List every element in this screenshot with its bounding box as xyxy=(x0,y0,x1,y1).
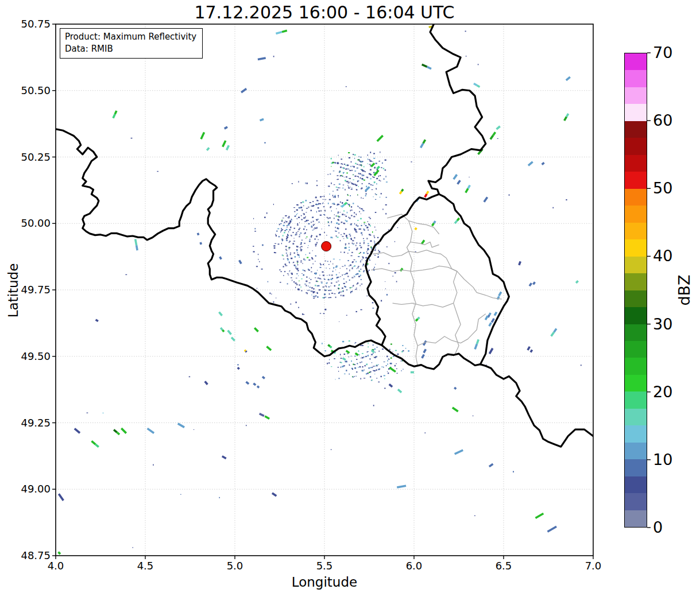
radar-echo-speck xyxy=(301,215,302,216)
radar-echo-streak xyxy=(458,180,461,184)
y-tick-label: 49.25 xyxy=(0,417,51,429)
radar-echo-speck xyxy=(345,247,346,249)
radar-echo-speck xyxy=(354,176,356,177)
x-tick-label: 6.5 xyxy=(485,560,522,572)
radar-echo-speck xyxy=(361,225,362,226)
radar-echo-speck xyxy=(351,215,353,216)
radar-echo-speck xyxy=(351,356,352,356)
radar-echo-speck xyxy=(338,196,339,197)
radar-echo-speck xyxy=(330,297,331,298)
radar-echo-speck xyxy=(341,366,341,367)
radar-echo-speck xyxy=(361,165,362,165)
radar-echo-speck xyxy=(497,138,498,139)
radar-echo-speck xyxy=(298,217,300,218)
radar-echo-speck xyxy=(347,195,349,196)
radar-echo-speck xyxy=(342,290,343,292)
data-source-line: Data: RMIB xyxy=(65,43,196,55)
radar-echo-speck xyxy=(348,188,350,189)
radar-echo-speck xyxy=(395,365,396,367)
radar-echo-speck xyxy=(320,313,321,313)
y-tick-label: 50.50 xyxy=(0,84,51,96)
radar-echo-speck xyxy=(366,363,368,365)
radar-echo-speck xyxy=(355,342,357,343)
radar-echo-speck xyxy=(356,231,357,232)
radar-echo-speck xyxy=(375,247,376,248)
radar-echo-speck xyxy=(352,377,354,377)
radar-echo-speck xyxy=(315,273,317,273)
radar-echo-speck xyxy=(386,181,388,182)
radar-echo-speck xyxy=(385,213,386,215)
radar-echo-speck xyxy=(273,301,274,303)
radar-echo-speck xyxy=(374,237,375,238)
radar-echo-speck xyxy=(290,227,291,228)
radar-echo-speck xyxy=(286,238,287,239)
radar-echo-speck xyxy=(322,196,323,197)
radar-echo-speck xyxy=(311,257,312,258)
radar-echo-speck xyxy=(346,86,347,87)
radar-echo-streak xyxy=(245,350,246,351)
radar-echo-speck xyxy=(258,259,258,260)
radar-echo-speck xyxy=(368,243,369,245)
radar-echo-speck xyxy=(340,354,341,355)
radar-echo-speck xyxy=(378,369,380,370)
radar-echo-streak xyxy=(528,347,530,350)
radar-echo-speck xyxy=(343,172,345,173)
radar-echo-speck xyxy=(324,293,326,295)
radar-echo-speck xyxy=(369,368,370,369)
radar-echo-speck xyxy=(363,175,365,176)
radar-echo-speck xyxy=(370,169,372,170)
radar-echo-streak xyxy=(427,67,431,68)
radar-echo-speck xyxy=(306,230,307,231)
radar-echo-speck xyxy=(384,378,385,379)
radar-echo-speck xyxy=(388,263,389,264)
radar-echo-speck xyxy=(328,362,330,363)
radar-echo-speck xyxy=(259,261,260,262)
radar-echo-speck xyxy=(356,273,358,274)
radar-echo-speck xyxy=(305,271,305,272)
radar-echo-streak xyxy=(254,328,258,331)
colorbar-tick-label: 50 xyxy=(653,179,672,197)
radar-echo-speck xyxy=(370,235,372,236)
radar-echo-speck xyxy=(345,169,346,170)
radar-echo-speck xyxy=(313,205,314,206)
radar-echo-streak xyxy=(276,32,282,34)
radar-echo-speck xyxy=(373,158,375,159)
radar-echo-speck xyxy=(332,203,332,204)
radar-echo-speck xyxy=(180,494,181,495)
radar-echo-speck xyxy=(328,225,329,226)
radar-echo-speck xyxy=(324,214,325,215)
radar-echo-speck xyxy=(361,247,362,249)
radar-echo-streak xyxy=(416,319,418,321)
radar-echo-streak xyxy=(262,377,265,378)
radar-echo-speck xyxy=(374,374,375,374)
radar-echo-speck xyxy=(353,285,354,286)
radar-echo-speck xyxy=(299,222,300,223)
radar-echo-speck xyxy=(299,228,300,229)
radar-echo-speck xyxy=(285,249,287,250)
radar-echo-streak xyxy=(497,126,500,129)
radar-echo-speck xyxy=(340,176,342,176)
radar-echo-streak xyxy=(455,220,457,223)
x-tick-label: 6.0 xyxy=(396,560,432,572)
radar-echo-speck xyxy=(337,189,338,191)
radar-echo-speck xyxy=(425,432,426,433)
radar-echo-speck xyxy=(304,243,305,244)
radar-echo-speck xyxy=(341,362,342,363)
radar-echo-speck xyxy=(311,290,312,292)
radar-echo-speck xyxy=(331,166,331,166)
radar-echo-speck xyxy=(289,220,291,222)
echo-layer xyxy=(87,31,582,548)
country-border-luxembourg-germany xyxy=(439,194,509,364)
radar-echo-speck xyxy=(331,158,332,160)
radar-echo-streak xyxy=(422,355,424,358)
radar-echo-streak xyxy=(136,239,137,245)
radar-echo-speck xyxy=(287,225,288,226)
radar-echo-speck xyxy=(364,365,366,366)
radar-echo-streak xyxy=(115,111,117,114)
radar-echo-streak xyxy=(266,347,271,350)
radar-echo-speck xyxy=(304,221,305,222)
radar-echo-speck xyxy=(298,276,299,276)
radar-echo-speck xyxy=(361,358,362,358)
radar-echo-speck xyxy=(303,213,304,214)
radar-echo-streak xyxy=(466,188,468,192)
